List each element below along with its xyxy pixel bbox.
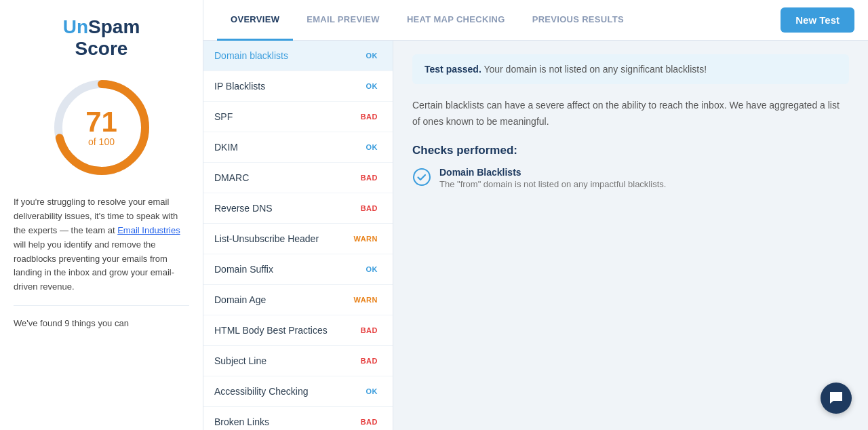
tab-overview[interactable]: OVERVIEW — [217, 0, 293, 41]
result-desc: The "from" domain is not listed on any i… — [439, 179, 666, 189]
check-name: Subject Line — [214, 355, 267, 366]
score-label: of 100 — [85, 136, 117, 147]
check-status-badge: BAD — [357, 111, 382, 122]
tab-bar: OVERVIEW EMAIL PREVIEW HEAT MAP CHECKING… — [217, 0, 781, 41]
check-status-badge: BAD — [357, 325, 382, 336]
checklist-panel: Domain blacklistsOKIP BlacklistsOKSPFBAD… — [203, 41, 393, 430]
check-status-badge: BAD — [357, 172, 382, 183]
check-item-html-body-best-practices[interactable]: HTML Body Best PracticesBAD — [203, 315, 393, 346]
tab-heat-map[interactable]: HEAT MAP CHECKING — [393, 0, 519, 41]
alert-text: Your domain is not listed on any signifi… — [484, 64, 707, 75]
check-status-badge: OK — [362, 142, 382, 153]
check-name: SPF — [214, 111, 233, 122]
svg-point-2 — [414, 169, 430, 185]
score-donut-container: 71 of 100 — [14, 73, 189, 182]
score-center: 71 of 100 — [85, 108, 117, 147]
check-pass-icon — [412, 168, 431, 187]
topnav: OVERVIEW EMAIL PREVIEW HEAT MAP CHECKING… — [203, 0, 868, 41]
check-name: Domain blacklists — [214, 50, 288, 61]
check-name: Domain Suffix — [214, 264, 273, 275]
check-item-domain-suffix[interactable]: Domain SuffixOK — [203, 254, 393, 285]
check-name: DKIM — [214, 142, 238, 153]
content-area: Domain blacklistsOKIP BlacklistsOKSPFBAD… — [203, 41, 868, 430]
check-name: HTML Body Best Practices — [214, 325, 328, 336]
check-name: Reverse DNS — [214, 203, 273, 214]
alert-strong: Test passed. — [425, 64, 481, 75]
check-status-badge: WARN — [349, 294, 382, 305]
checks-performed-title: Checks performed: — [412, 144, 849, 157]
check-name: List-Unsubscribe Header — [214, 233, 319, 244]
score-donut-wrap: 71 of 100 — [47, 73, 156, 182]
check-name: Accessibility Checking — [214, 386, 309, 397]
check-result-text: Domain Blacklists The "from" domain is n… — [439, 167, 666, 189]
check-status-badge: BAD — [357, 203, 382, 214]
score-value: 71 — [85, 108, 117, 136]
check-item-broken-links[interactable]: Broken LinksBAD — [203, 407, 393, 430]
sidebar-text-1: If you're struggling to resolve your ema… — [14, 195, 189, 306]
check-name: Domain Age — [214, 294, 266, 305]
tab-previous-results[interactable]: PREVIOUS RESULTS — [519, 0, 637, 41]
check-item-ip-blacklists[interactable]: IP BlacklistsOK — [203, 71, 393, 102]
sidebar: UnSpam Score 71 of 100 If you're struggl… — [0, 0, 203, 430]
check-result-item: Domain Blacklists The "from" domain is n… — [412, 167, 849, 189]
alert-box: Test passed. Your domain is not listed o… — [412, 54, 849, 84]
tab-email-preview[interactable]: EMAIL PREVIEW — [293, 0, 393, 41]
check-status-badge: OK — [362, 386, 382, 397]
check-item-domain-blacklists[interactable]: Domain blacklistsOK — [203, 41, 393, 71]
logo-score: Score — [14, 38, 189, 60]
check-item-dkim[interactable]: DKIMOK — [203, 132, 393, 163]
new-test-button[interactable]: New Test — [781, 7, 854, 33]
detail-panel: Test passed. Your domain is not listed o… — [393, 41, 868, 430]
sidebar-text-1-after: will help you identify and remove the ro… — [14, 239, 174, 292]
check-status-badge: BAD — [357, 355, 382, 366]
check-status-badge: OK — [362, 264, 382, 275]
check-item-spf[interactable]: SPFBAD — [203, 102, 393, 132]
logo: UnSpam Score — [14, 16, 189, 60]
check-item-reverse-dns[interactable]: Reverse DNSBAD — [203, 193, 393, 224]
check-name: Broken Links — [214, 416, 269, 427]
logo-un: Un — [63, 16, 88, 37]
sidebar-text-2: We've found 9 things you can — [14, 317, 189, 331]
check-status-badge: OK — [362, 81, 382, 92]
check-item-list-unsubscribe-header[interactable]: List-Unsubscribe HeaderWARN — [203, 224, 393, 254]
email-industries-link[interactable]: Email Industries — [117, 225, 180, 235]
chat-button[interactable] — [821, 383, 852, 414]
detail-description: Certain blacklists can have a severe aff… — [412, 98, 849, 130]
logo-spam: Spam — [88, 16, 140, 37]
check-item-domain-age[interactable]: Domain AgeWARN — [203, 285, 393, 315]
check-status-badge: WARN — [349, 233, 382, 244]
check-item-accessibility-checking[interactable]: Accessibility CheckingOK — [203, 376, 393, 407]
check-name: DMARC — [214, 172, 249, 183]
chat-icon — [829, 391, 844, 406]
check-item-subject-line[interactable]: Subject LineBAD — [203, 346, 393, 376]
check-item-dmarc[interactable]: DMARCBAD — [203, 163, 393, 193]
check-status-badge: BAD — [357, 416, 382, 427]
result-title: Domain Blacklists — [439, 167, 666, 178]
check-status-badge: OK — [362, 50, 382, 61]
check-name: IP Blacklists — [214, 81, 265, 92]
main-area: OVERVIEW EMAIL PREVIEW HEAT MAP CHECKING… — [203, 0, 868, 430]
